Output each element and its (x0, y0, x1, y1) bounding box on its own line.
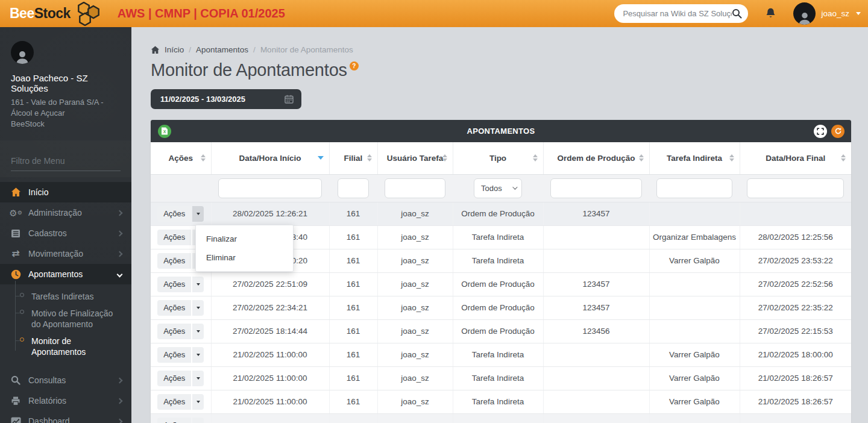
filter-filial-input[interactable] (338, 178, 369, 198)
actions-button[interactable]: Ações (157, 253, 191, 269)
cell-type: Ordem de Produção (453, 272, 543, 296)
filter-ordem-producao-input[interactable] (550, 178, 642, 198)
actions-button[interactable]: Ações (157, 418, 191, 423)
col-data-hora-inicio[interactable]: Data/Hora Início (211, 142, 329, 174)
breadcrumb-inicio[interactable]: Início (165, 45, 184, 54)
sort-icon[interactable] (841, 154, 846, 161)
environment-title: AWS | CMNP | COPIA 01/2025 (118, 7, 285, 20)
cell-user: joao_sz (377, 366, 453, 390)
chevron-right-icon (117, 251, 123, 257)
cell-production_order (543, 249, 649, 272)
actions-button[interactable]: Ações (157, 347, 191, 363)
actions-button[interactable]: Ações (157, 300, 191, 316)
actions-caret-button[interactable] (192, 277, 204, 292)
actions-caret-button[interactable] (192, 394, 204, 410)
sidebar-subitem-monitor-apontamentos[interactable]: Monitor de Apontamentos (0, 333, 112, 360)
actions-caret-button[interactable] (192, 324, 204, 339)
refresh-button[interactable] (831, 125, 844, 138)
cell-indirect_task: Varrer Galpão (649, 366, 740, 390)
arrows-icon: ⇄ (10, 249, 22, 258)
chevron-right-icon (117, 377, 123, 383)
sidebar-item-movimentacao[interactable]: ⇄ Movimentação (0, 243, 131, 264)
cell-type: Tarefa Indireta (453, 249, 543, 272)
sidebar-subitem-tarefas-indiretas[interactable]: Tarefas Indiretas (0, 288, 131, 305)
notifications-bell-icon[interactable] (765, 7, 776, 20)
cell-end: 27/02/2025 23:53:22 (740, 249, 851, 272)
sidebar-item-dashboard[interactable]: Dashboard (0, 411, 131, 423)
filter-tipo: Todos (453, 174, 543, 202)
col-data-hora-final[interactable]: Data/Hora Final (740, 142, 851, 174)
col-tarefa-indireta[interactable]: Tarefa Indireta (649, 142, 740, 174)
filter-tarefa-indireta-input[interactable] (656, 178, 732, 198)
sidebar-subitem-motivo-finalizacao[interactable]: Motivo de Finalização do Apontamento (0, 305, 128, 333)
actions-caret-button[interactable] (192, 300, 204, 316)
sidebar-item-apontamentos[interactable]: Apontamentos (0, 264, 131, 284)
filter-data-inicio (211, 174, 329, 202)
actions-button[interactable]: Ações (157, 324, 191, 339)
sidebar-item-inicio[interactable]: Início (0, 182, 131, 202)
sidebar-item-administracao[interactable]: ⚙⚙ Administração (0, 202, 131, 223)
header-row: Ações Data/Hora Início Filial Usuário Ta… (151, 142, 851, 174)
cell-type: Tarefa Indireta (453, 343, 543, 366)
sidebar-item-relatorios[interactable]: Relatórios (0, 390, 131, 411)
cell-branch: 161 (329, 343, 377, 366)
cell-production_order: 123457 (543, 272, 649, 296)
sort-icon[interactable] (367, 154, 372, 161)
help-icon[interactable]: ? (350, 61, 359, 70)
filter-data-inicio-input[interactable] (218, 178, 322, 198)
search-icon[interactable] (732, 8, 742, 19)
actions-button[interactable]: Ações (157, 230, 191, 245)
actions-cell: Ações (151, 202, 211, 225)
chevron-down-icon (197, 330, 200, 333)
actions-caret-button[interactable] (192, 347, 204, 363)
actions-button[interactable]: Ações (157, 394, 191, 410)
sidebar-item-consultas[interactable]: Consultas (0, 370, 131, 390)
col-tipo[interactable]: Tipo (453, 142, 543, 174)
wiki-search[interactable] (614, 4, 748, 23)
fullscreen-button[interactable] (814, 125, 827, 138)
breadcrumb-apontamentos[interactable]: Apontamentos (196, 45, 248, 54)
actions-button[interactable]: Ações (157, 277, 191, 292)
filter-usuario-input[interactable] (385, 178, 445, 198)
sidebar-item-cadastros[interactable]: Cadastros (0, 223, 131, 243)
col-filial[interactable]: Filial (329, 142, 377, 174)
actions-button[interactable]: Ações (157, 371, 191, 386)
sort-icon[interactable] (639, 154, 644, 161)
filter-data-final-input[interactable] (747, 178, 844, 198)
bullet-icon (20, 310, 24, 314)
col-ordem-producao[interactable]: Ordem de Produção (543, 142, 649, 174)
cell-end: 28/02/2025 12:25:56 (740, 225, 851, 249)
filter-acoes-empty (151, 174, 211, 202)
menu-item-eliminar[interactable]: Eliminar (196, 248, 293, 267)
col-usuario-tarefa[interactable]: Usuário Tarefa (377, 142, 453, 174)
actions-button[interactable]: Ações (157, 206, 191, 222)
table-row: Ações 27/02/2025 22:51:09161joao_szOrdem… (151, 272, 851, 296)
avatar[interactable] (793, 2, 816, 25)
subitem-label: Monitor de Apontamentos (31, 336, 86, 357)
col-acoes[interactable]: Ações (151, 142, 211, 174)
date-range-picker[interactable]: 11/02/2025 - 13/03/2025 (151, 89, 301, 109)
chevron-down-icon (197, 401, 200, 403)
actions-caret-button[interactable] (192, 418, 204, 423)
sort-icon[interactable] (442, 154, 447, 161)
cell-user: joao_sz (377, 225, 453, 249)
export-excel-button[interactable]: X (158, 125, 171, 138)
user-menu[interactable]: joao_sz (793, 2, 861, 25)
menu-item-finalizar[interactable]: Finalizar (196, 230, 293, 248)
wiki-search-input[interactable] (623, 9, 732, 18)
apontamentos-panel: APONTAMENTOS X (151, 120, 851, 423)
sort-icon[interactable] (201, 154, 206, 161)
breadcrumb-current: Monitor de Apontamentos (260, 45, 353, 54)
actions-caret-button[interactable] (192, 371, 204, 386)
sort-icon[interactable] (533, 154, 538, 161)
sort-icon[interactable] (729, 154, 734, 161)
filter-tipo-select[interactable]: Todos (474, 178, 522, 198)
chevron-down-icon (197, 354, 200, 356)
beestock-logo[interactable]: BeeStock (10, 2, 102, 26)
actions-cell: Ações (151, 413, 211, 423)
actions-caret-button[interactable] (192, 206, 204, 222)
cell-indirect_task (649, 296, 740, 319)
home-icon[interactable] (151, 46, 160, 54)
sort-desc-icon[interactable] (318, 156, 324, 160)
menu-filter-input[interactable] (11, 154, 121, 171)
